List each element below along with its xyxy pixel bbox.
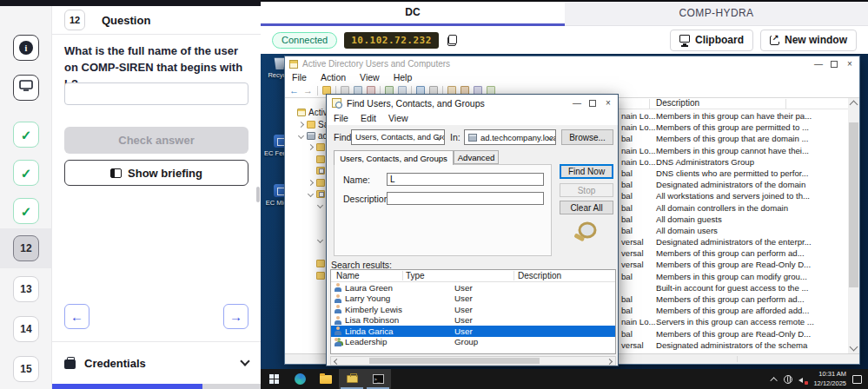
menu-item-file[interactable]: File (334, 113, 348, 123)
menu-item-action[interactable]: Action (321, 72, 346, 82)
close-icon[interactable]: × (842, 56, 858, 71)
user-icon (334, 294, 341, 303)
result-type: User (454, 315, 559, 325)
copy-icon[interactable] (447, 35, 457, 46)
ad-row-description: Members of this group can perform ad... (656, 248, 805, 258)
result-row-laura-green[interactable]: Laura GreenUser (331, 282, 615, 293)
scroll-right-icon[interactable] (606, 358, 613, 364)
find-type-dropdown[interactable]: Users, Contacts, and Groups (351, 129, 445, 145)
result-row-linda-garica[interactable]: Linda GaricaUser (331, 326, 615, 337)
result-row-lisa-robinson[interactable]: Lisa RobinsonUser (331, 315, 615, 326)
browse-button[interactable]: Browse... (561, 129, 613, 145)
result-type: User (454, 305, 559, 314)
question-button-12[interactable]: 12 (13, 235, 39, 261)
panel-scrollbar[interactable] (256, 187, 260, 202)
check-answer-button[interactable]: Check answer (64, 127, 248, 154)
tree-expander-icon[interactable] (316, 236, 324, 244)
windows-start-icon (269, 374, 279, 384)
tree-expander-spacer (307, 260, 315, 267)
ad-row-type: nain Lo... (621, 146, 655, 155)
results-horizontal-scrollbar[interactable] (330, 356, 616, 366)
result-row-kimberly-lewis[interactable]: Kimberly LewisUser (331, 304, 615, 315)
scroll-left-icon[interactable] (334, 358, 340, 364)
close-icon[interactable]: × (600, 95, 616, 111)
find-dialog-menubar: FileEditView (327, 111, 618, 125)
scroll-up-icon[interactable] (850, 101, 858, 109)
results-column-description[interactable]: Description (518, 271, 561, 280)
result-type: Group (454, 337, 559, 346)
clipboard-label: Clipboard (695, 34, 744, 46)
question-button-13[interactable]: 13 (13, 276, 39, 302)
result-name: Leadership (345, 337, 454, 346)
user-icon (334, 326, 341, 335)
tree-expander-icon[interactable] (316, 201, 324, 209)
previous-question-button[interactable]: ← (64, 304, 89, 329)
menu-item-view[interactable]: View (388, 113, 408, 123)
taskbar-ad-console[interactable] (339, 369, 365, 389)
menu-item-edit[interactable]: Edit (361, 113, 376, 123)
question-button-14[interactable]: 14 (13, 316, 39, 342)
info-button[interactable]: i (13, 35, 39, 61)
scrollbar-thumb[interactable] (849, 122, 858, 287)
ad-list-scrollbar[interactable] (848, 98, 859, 353)
taskbar-command-prompt[interactable]: >_ (365, 369, 391, 389)
clear-all-button[interactable]: Clear All (560, 201, 613, 214)
name-input[interactable] (387, 173, 544, 186)
start-button[interactable] (261, 369, 287, 389)
taskbar-file-explorer[interactable] (313, 369, 339, 389)
ad-window-titlebar[interactable]: Active Directory Users and Computers — × (285, 56, 859, 71)
scroll-down-icon[interactable] (850, 343, 858, 352)
show-briefing-button[interactable]: Show briefing (64, 160, 248, 186)
results-column-type[interactable]: Type (406, 271, 425, 280)
tree-expander-icon[interactable] (297, 132, 305, 140)
question-completed-button-3[interactable]: ✓ (13, 198, 39, 224)
tray-expand-icon[interactable] (771, 377, 778, 384)
find-now-button[interactable]: Find Now (560, 164, 613, 179)
minimize-icon[interactable]: — (811, 56, 826, 71)
question-button-15[interactable]: 15 (13, 356, 39, 382)
description-column-header[interactable]: Description (656, 98, 699, 108)
maximize-icon[interactable] (826, 56, 842, 71)
credentials-toggle[interactable]: Credentials (52, 346, 261, 379)
volume-muted-icon[interactable] (798, 375, 807, 384)
tree-expander-icon[interactable] (307, 179, 315, 187)
forward-icon[interactable]: → (303, 86, 313, 96)
ad-row-type: versal (621, 237, 644, 247)
tab-advanced[interactable]: Advanced (454, 150, 499, 164)
tab-users-contacts-groups[interactable]: Users, Contacts, and Groups (334, 150, 454, 165)
ad-menubar: FileActionViewHelp (285, 71, 859, 83)
taskbar-edge[interactable] (287, 369, 313, 389)
clock-time: 10:31 AM (818, 370, 846, 378)
notification-icon[interactable] (852, 375, 862, 384)
next-question-button[interactable]: → (223, 304, 248, 329)
tab-comp-hydra[interactable]: COMP-HYDRA (565, 0, 868, 26)
machines-button[interactable] (13, 75, 39, 101)
tree-expander-icon[interactable] (307, 143, 315, 151)
back-icon[interactable]: ← (289, 86, 299, 96)
menu-item-file[interactable]: File (292, 72, 307, 82)
menu-item-help[interactable]: Help (394, 72, 413, 82)
maximize-icon[interactable] (585, 95, 600, 111)
menu-item-view[interactable]: View (360, 72, 380, 82)
network-globe-icon[interactable] (784, 375, 792, 384)
minimize-icon[interactable]: — (569, 95, 585, 111)
edge-icon (295, 373, 306, 385)
taskbar-clock[interactable]: 10:31 AM 12/12/2025 (813, 370, 846, 387)
answer-input[interactable] (64, 82, 248, 105)
tree-expander-icon[interactable] (307, 190, 315, 198)
result-row-leadership[interactable]: LeadershipGroup (331, 337, 615, 348)
search-scope-dropdown[interactable]: ad.techcompany.local (464, 129, 556, 145)
tab-dc[interactable]: DC (261, 0, 565, 26)
new-window-button[interactable]: New window (760, 30, 857, 51)
scrollbar-thumb[interactable] (369, 358, 540, 364)
question-completed-button-2[interactable]: ✓ (13, 160, 39, 186)
find-dialog-titlebar[interactable]: Find Users, Contacts, and Groups — × (327, 95, 618, 111)
stop-button[interactable]: Stop (560, 183, 613, 197)
question-completed-button-1[interactable]: ✓ (13, 122, 39, 148)
ad-row-description: Members in this group cannot have thei..… (656, 146, 809, 155)
description-input[interactable] (387, 192, 544, 205)
tree-expander-icon[interactable] (297, 121, 305, 129)
result-row-larry-young[interactable]: Larry YoungUser (331, 293, 615, 305)
results-column-name[interactable]: Name (336, 271, 360, 280)
clipboard-button[interactable]: Clipboard (670, 30, 753, 51)
